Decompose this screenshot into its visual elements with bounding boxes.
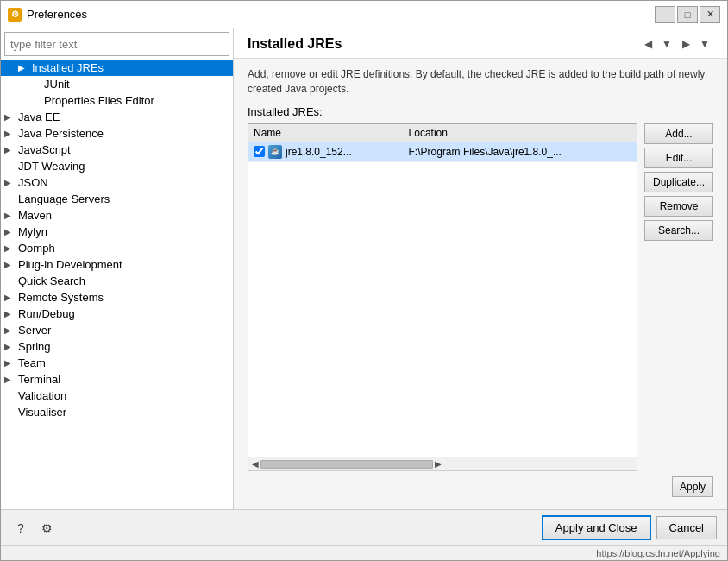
sidebar-item-validation[interactable]: Validation — [1, 388, 233, 404]
sidebar-item-label: Run/Debug — [18, 307, 75, 320]
maximize-button[interactable]: □ — [677, 6, 698, 23]
sidebar-item-label: Properties Files Editor — [44, 94, 154, 107]
jre-name-cell: ☕ jre1.8.0_152... — [248, 142, 404, 161]
sidebar-item-label: Team — [18, 356, 46, 369]
add-button[interactable]: Add... — [644, 123, 713, 144]
nav-back-dropdown[interactable]: ▼ — [658, 35, 675, 53]
sidebar-item-maven[interactable]: ▶ Maven — [1, 207, 233, 224]
sidebar-item-properties-files-editor[interactable]: Properties Files Editor — [1, 92, 233, 109]
bottom-left: ? ⚙ — [11, 519, 56, 538]
sidebar-item-label: Visualiser — [18, 406, 66, 419]
sidebar-item-spring[interactable]: ▶ Spring — [1, 338, 233, 355]
expand-arrow: ▶ — [4, 375, 16, 384]
sidebar-item-label: Spring — [18, 340, 51, 353]
sidebar-item-terminal[interactable]: ▶ Terminal — [1, 371, 233, 388]
window-title: Preferences — [27, 8, 87, 21]
expand-arrow: ▶ — [18, 63, 30, 72]
jre-name: jre1.8.0_152... — [286, 146, 352, 158]
jre-name-content: ☕ jre1.8.0_152... — [254, 145, 399, 159]
panel-apply-area: Apply — [248, 471, 713, 501]
sidebar-item-json[interactable]: ▶ JSON — [1, 174, 233, 191]
panel-body: Add, remove or edit JRE definitions. By … — [234, 59, 727, 509]
expand-arrow: ▶ — [4, 178, 16, 187]
main-content: ▶ Installed JREs JUnit Properties Files … — [1, 28, 727, 509]
scroll-right-arrow[interactable]: ▶ — [433, 459, 443, 469]
sidebar-item-label: JavaScript — [18, 143, 71, 156]
sidebar-item-label: JDT Weaving — [18, 160, 85, 173]
nav-arrows: ◀ ▼ ▶ ▼ — [639, 35, 713, 53]
expand-arrow: ▶ — [4, 325, 16, 335]
edit-button[interactable]: Edit... — [644, 148, 713, 168]
expand-arrow: ▶ — [4, 260, 16, 269]
jre-checkbox[interactable] — [254, 146, 265, 157]
remove-button[interactable]: Remove — [644, 196, 713, 217]
expand-arrow: ▶ — [4, 243, 16, 253]
help-button[interactable]: ? — [11, 519, 30, 538]
installed-jres-label: Installed JREs: — [248, 105, 713, 118]
jre-icon: ☕ — [268, 145, 282, 159]
sidebar-item-label: Mylyn — [18, 225, 47, 238]
scroll-left-arrow[interactable]: ◀ — [250, 459, 260, 469]
title-bar-buttons: — □ ✕ — [655, 6, 720, 23]
sidebar-item-label: Plug-in Development — [18, 258, 122, 271]
sidebar-item-server[interactable]: ▶ Server — [1, 322, 233, 338]
apply-button[interactable]: Apply — [672, 476, 713, 497]
status-bar: https://blog.csdn.net/Applying — [1, 545, 727, 560]
duplicate-button[interactable]: Duplicate... — [644, 172, 713, 192]
sidebar-item-plugin-development[interactable]: ▶ Plug-in Development — [1, 256, 233, 273]
bottom-bar: ? ⚙ Apply and Close Cancel — [1, 509, 727, 545]
sidebar-item-remote-systems[interactable]: ▶ Remote Systems — [1, 289, 233, 306]
sidebar-item-java-persistence[interactable]: ▶ Java Persistence — [1, 125, 233, 142]
title-bar-left: ⚙ Preferences — [8, 8, 87, 22]
sidebar-item-mylyn[interactable]: ▶ Mylyn — [1, 224, 233, 240]
horizontal-scrollbar[interactable]: ◀ ▶ — [248, 457, 637, 471]
nav-back-button[interactable]: ◀ — [639, 35, 656, 53]
sidebar-item-label: Language Servers — [18, 192, 110, 205]
sidebar-item-run-debug[interactable]: ▶ Run/Debug — [1, 306, 233, 322]
jre-location-cell: F:\Program Files\Java\jre1.8.0_... — [404, 142, 637, 161]
sidebar-item-team[interactable]: ▶ Team — [1, 355, 233, 371]
scroll-thumb[interactable] — [260, 460, 433, 469]
settings-icon-button[interactable]: ⚙ — [37, 519, 56, 538]
sidebar-item-label: Java EE — [18, 110, 60, 123]
expand-arrow: ▶ — [4, 309, 16, 318]
sidebar: ▶ Installed JREs JUnit Properties Files … — [1, 28, 234, 509]
preferences-window: ⚙ Preferences — □ ✕ ▶ Installed JREs JUn… — [0, 0, 728, 561]
apply-and-close-button[interactable]: Apply and Close — [542, 515, 651, 540]
title-bar: ⚙ Preferences — □ ✕ — [1, 1, 727, 28]
jre-table: Name Location ☕ — [248, 124, 637, 162]
sidebar-item-installed-jres[interactable]: ▶ Installed JREs — [1, 60, 233, 76]
sidebar-item-language-servers[interactable]: Language Servers — [1, 191, 233, 207]
filter-input[interactable] — [4, 32, 229, 56]
table-row[interactable]: ☕ jre1.8.0_152... F:\Program Files\Java\… — [248, 142, 637, 161]
cancel-button[interactable]: Cancel — [656, 516, 717, 539]
expand-arrow: ▶ — [4, 342, 16, 351]
nav-forward-button[interactable]: ▶ — [677, 35, 694, 53]
sidebar-item-oomph[interactable]: ▶ Oomph — [1, 240, 233, 256]
expand-arrow: ▶ — [4, 227, 16, 236]
jre-area: Name Location ☕ — [248, 123, 713, 471]
expand-arrow: ▶ — [4, 358, 16, 368]
bottom-right: Apply and Close Cancel — [542, 515, 717, 540]
sidebar-item-quick-search[interactable]: Quick Search — [1, 273, 233, 289]
sidebar-item-java-ee[interactable]: ▶ Java EE — [1, 109, 233, 125]
sidebar-item-javascript[interactable]: ▶ JavaScript — [1, 142, 233, 158]
expand-arrow: ▶ — [4, 211, 16, 220]
sidebar-item-label: Terminal — [18, 373, 60, 386]
right-panel: Installed JREs ◀ ▼ ▶ ▼ Add, remove or ed… — [234, 28, 727, 509]
expand-arrow: ▶ — [4, 293, 16, 302]
sidebar-item-junit[interactable]: JUnit — [1, 76, 233, 92]
search-button[interactable]: Search... — [644, 220, 713, 241]
close-button[interactable]: ✕ — [700, 6, 720, 23]
sidebar-item-label: Java Persistence — [18, 127, 104, 140]
col-location: Location — [404, 124, 637, 142]
panel-description: Add, remove or edit JRE definitions. By … — [248, 67, 713, 97]
jre-action-buttons: Add... Edit... Duplicate... Remove Searc… — [644, 123, 713, 471]
jre-table-container: Name Location ☕ — [248, 123, 637, 457]
sidebar-item-label: Validation — [18, 389, 66, 402]
sidebar-item-jdt-weaving[interactable]: JDT Weaving — [1, 158, 233, 174]
sidebar-item-label: Installed JREs — [32, 61, 104, 74]
sidebar-item-visualiser[interactable]: Visualiser — [1, 404, 233, 420]
minimize-button[interactable]: — — [655, 6, 675, 23]
nav-forward-dropdown[interactable]: ▼ — [696, 35, 713, 53]
